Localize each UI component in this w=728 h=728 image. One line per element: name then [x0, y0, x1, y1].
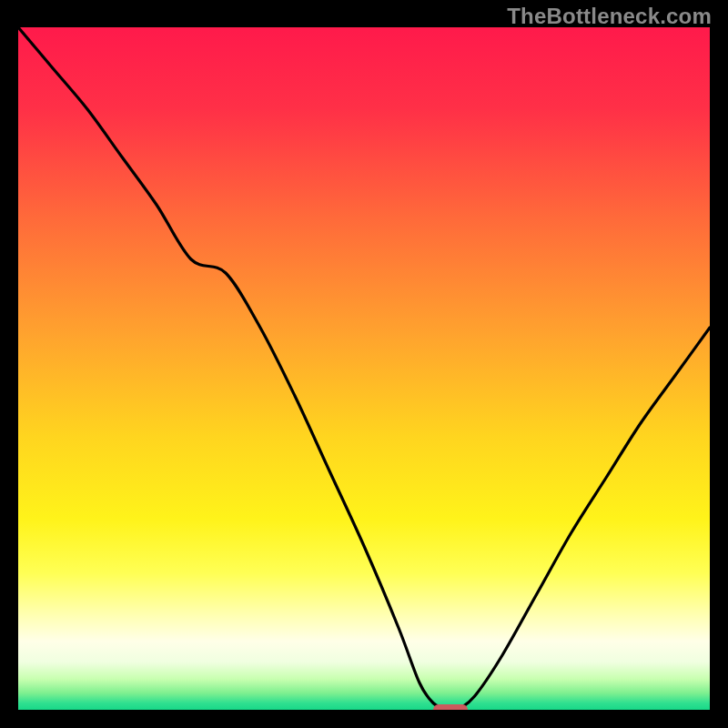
bottleneck-curve — [18, 27, 710, 710]
chart-frame: TheBottleneck.com — [0, 0, 728, 728]
optimal-marker — [433, 704, 468, 710]
watermark-text: TheBottleneck.com — [507, 4, 712, 29]
plot-area — [18, 27, 710, 710]
